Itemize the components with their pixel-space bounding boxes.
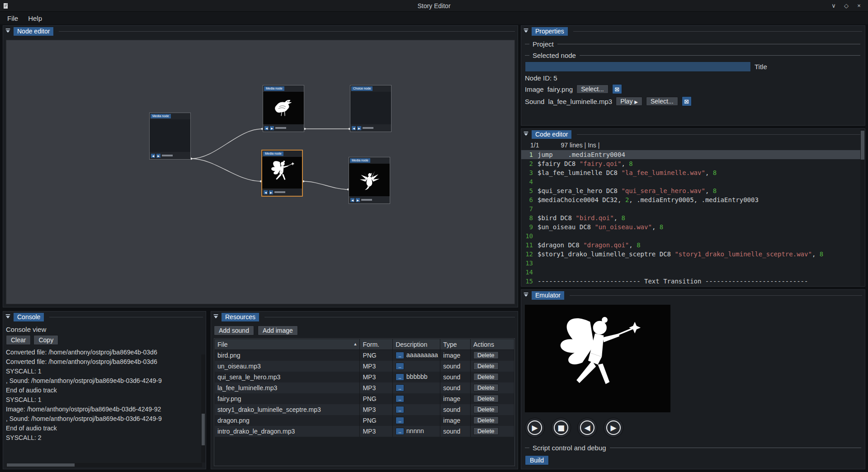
code-line[interactable]: 9$un_oiseau DC8 "un_oiseau.wav", 8 (521, 222, 865, 231)
code-line[interactable]: 8$bird DC8 "bird.qoi", 8 (521, 213, 865, 222)
code-line[interactable]: 10 (521, 231, 865, 241)
resource-format: MP3 (360, 361, 393, 372)
node-prev-icon[interactable]: ◀ (264, 190, 268, 194)
menu-help[interactable]: Help (24, 13, 47, 24)
node-next-icon[interactable]: ▶ (156, 154, 160, 158)
line-number: 3 (521, 168, 538, 177)
resource-row[interactable]: intro_drako_le_dragon.mp3MP3..nnnnnsound… (215, 426, 514, 437)
edit-description-button[interactable]: .. (396, 395, 404, 402)
graph-node[interactable]: Media node◀▶ (149, 113, 191, 160)
delete-button[interactable]: Delete (473, 395, 499, 402)
add-image-button[interactable]: Add image (258, 326, 298, 335)
code-line[interactable]: 5$qui_sera_le_hero DC8 "qui_sera_le_hero… (521, 186, 865, 195)
menu-file[interactable]: File (3, 13, 23, 24)
code-line[interactable]: 15--------------------------- Text Trans… (521, 277, 865, 286)
resource-row[interactable]: un_oiseau.mp3MP3..soundDelete (215, 361, 514, 372)
collapse-icon[interactable] (523, 131, 529, 139)
console-vertical-scrollbar[interactable] (201, 354, 205, 463)
step-forward-button[interactable]: ▶ (604, 418, 623, 438)
title-input[interactable] (525, 61, 751, 72)
graph-node[interactable]: Choice node◀▶ (350, 85, 392, 132)
code-line[interactable]: 6$mediaChoice0004 DC32, 2, .mediaEntry00… (521, 195, 865, 204)
fairy-image (549, 310, 646, 407)
node-next-icon[interactable]: ▶ (357, 126, 361, 130)
delete-button[interactable]: Delete (473, 406, 499, 413)
node-prev-icon[interactable]: ◀ (264, 126, 269, 130)
console-log[interactable]: Converted file: /home/anthony/ostproj/ba… (6, 348, 202, 462)
delete-button[interactable]: Delete (473, 416, 499, 424)
code-line[interactable]: 7 (521, 204, 865, 213)
collapse-icon[interactable] (213, 313, 219, 321)
code-line[interactable]: 4 (521, 177, 865, 186)
edit-description-button[interactable]: .. (396, 428, 404, 435)
add-sound-button[interactable]: Add sound (214, 326, 254, 335)
code-line[interactable]: 11$dragon DC8 "dragon.qoi", 8 (521, 241, 865, 250)
maximize-icon[interactable]: ◇ (841, 1, 852, 10)
title-input-label: Title (755, 63, 767, 71)
delete-button[interactable]: Delete (473, 384, 499, 392)
edit-description-button[interactable]: .. (396, 352, 404, 359)
code-line[interactable]: 14 (521, 268, 865, 277)
code-line[interactable]: 3$la_fee_luminelle DC8 "la_fee_luminelle… (521, 168, 865, 177)
graph-node[interactable]: Media node◀▶ (261, 150, 303, 197)
code-line[interactable]: 1jump .mediaEntry0004 (521, 150, 865, 159)
code-scrollbar[interactable] (860, 129, 865, 286)
edit-description-button[interactable]: .. (396, 373, 404, 381)
node-canvas[interactable]: Media node◀▶Media node◀▶Choice node◀▶Med… (6, 40, 515, 304)
clear-icon: ⊠ (614, 86, 619, 93)
node-prev-icon[interactable]: ◀ (151, 154, 155, 158)
column-header-file[interactable]: File▲ (215, 339, 360, 350)
edit-description-button[interactable]: .. (396, 417, 404, 424)
delete-button[interactable]: Delete (473, 362, 499, 370)
play-button[interactable]: ▶ (525, 418, 545, 438)
sound-clear-button[interactable]: ⊠ (682, 96, 692, 106)
edit-description-button[interactable]: .. (396, 406, 404, 413)
resource-row[interactable]: la_fee_luminelle.mp3MP3..soundDelete (215, 382, 514, 393)
minimize-icon[interactable]: ∨ (828, 1, 839, 10)
code-line[interactable]: 2$fairy DC8 "fairy.qoi", 8 (521, 159, 865, 168)
copy-button[interactable]: Copy (33, 335, 58, 345)
collapse-icon[interactable] (523, 292, 529, 300)
close-icon[interactable]: × (854, 1, 864, 10)
selected-node-group-separator: Selected node (525, 52, 860, 59)
sound-select-button[interactable]: Select... (646, 97, 678, 106)
collapse-icon[interactable] (523, 28, 529, 36)
column-header-format[interactable]: Form. (360, 339, 393, 350)
resource-format: MP3 (360, 372, 393, 382)
code-line[interactable]: 12$story1_drako_luminelle_sceptre DC8 "s… (521, 250, 865, 259)
image-clear-button[interactable]: ⊠ (612, 84, 622, 94)
collapse-icon[interactable] (5, 313, 11, 321)
resource-row[interactable]: fairy.pngPNG..imageDelete (215, 393, 514, 404)
node-prev-icon[interactable]: ◀ (352, 126, 356, 130)
panel-title-node-editor: Node editor (14, 27, 53, 36)
node-next-icon[interactable]: ▶ (356, 198, 360, 202)
delete-button[interactable]: Delete (473, 373, 499, 381)
image-select-button[interactable]: Select... (576, 85, 609, 94)
column-header-type[interactable]: Type (440, 339, 471, 350)
graph-node[interactable]: Media node◀▶ (263, 85, 304, 132)
delete-button[interactable]: Delete (473, 427, 499, 435)
resource-row[interactable]: bird.pngPNG..aaaaaaaaaimageDelete (215, 350, 514, 361)
build-button[interactable]: Build (525, 455, 549, 465)
collapse-icon[interactable] (5, 28, 11, 36)
sound-play-button[interactable]: Play ▶ (616, 97, 642, 106)
delete-button[interactable]: Delete (473, 351, 499, 359)
stop-icon: ■ (554, 420, 568, 435)
step-back-button[interactable]: ◀ (577, 418, 597, 438)
graph-node[interactable]: Media node◀▶ (349, 157, 390, 204)
resource-row[interactable]: dragon.pngPNG..imageDelete (215, 415, 514, 426)
code-area[interactable]: 1jump .mediaEntry00042$fairy DC8 "fairy.… (521, 150, 865, 286)
console-horizontal-scrollbar[interactable] (6, 463, 202, 467)
node-next-icon[interactable]: ▶ (270, 126, 274, 130)
edit-description-button[interactable]: .. (396, 384, 404, 392)
column-header-actions[interactable]: Actions (470, 339, 514, 350)
clear-button[interactable]: Clear (6, 335, 31, 345)
edit-description-button[interactable]: .. (396, 363, 404, 370)
node-prev-icon[interactable]: ◀ (350, 198, 354, 202)
node-next-icon[interactable]: ▶ (269, 190, 273, 194)
resource-row[interactable]: story1_drako_luminelle_sceptre.mp3MP3..s… (215, 404, 514, 415)
stop-button[interactable]: ■ (551, 418, 571, 438)
code-line[interactable]: 13 (521, 259, 865, 268)
column-header-description[interactable]: Description (393, 339, 440, 350)
resource-row[interactable]: qui_sera_le_hero.mp3MP3..bbbbbbsoundDele… (215, 372, 514, 382)
